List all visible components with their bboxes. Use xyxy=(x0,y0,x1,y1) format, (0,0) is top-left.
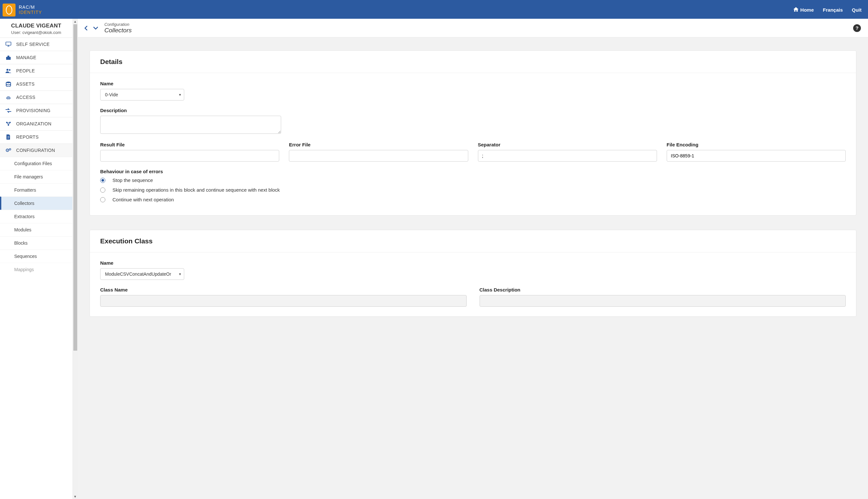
sidebar-scrollbar[interactable]: ▲ ▼ xyxy=(72,19,78,499)
radio-label: Continue with next operation xyxy=(112,196,174,203)
label-description: Description xyxy=(100,108,846,113)
radio-stop-sequence[interactable] xyxy=(100,178,105,183)
sub-item-label: Formatters xyxy=(14,187,36,193)
help-icon: ? xyxy=(855,25,858,31)
radio-label: Stop the sequence xyxy=(112,177,153,184)
label-file-encoding: File Encoding xyxy=(667,142,846,147)
people-icon xyxy=(5,69,12,73)
name-select-value: 0-Vide xyxy=(105,92,118,97)
sub-item-collectors[interactable]: Collectors xyxy=(0,196,72,210)
radio-continue-next[interactable] xyxy=(100,197,105,202)
label-exec-name: Name xyxy=(100,260,846,266)
header-nav: Home Français Quit xyxy=(793,7,861,13)
monitor-icon xyxy=(5,42,12,47)
sidebar-item-label: PROVISIONING xyxy=(16,108,50,113)
breadcrumb-parent: Configuration xyxy=(105,22,132,27)
brand-text: RAC/M IDENTITY xyxy=(19,5,42,15)
sub-item-label: Blocks xyxy=(14,241,27,246)
sub-item-mappings[interactable]: Mappings xyxy=(0,263,72,276)
class-name-input xyxy=(100,295,467,307)
sub-item-formatters[interactable]: Formatters xyxy=(0,183,72,196)
nav-quit-label: Quit xyxy=(852,7,861,13)
sub-item-blocks[interactable]: Blocks xyxy=(0,236,72,250)
sidebar-item-access[interactable]: ACCESS xyxy=(0,90,72,104)
svg-point-4 xyxy=(6,82,11,83)
help-button[interactable]: ? xyxy=(853,24,861,32)
details-card: Details Name 0-Vide ▾ Description xyxy=(89,50,856,216)
scroll-up-icon[interactable]: ▲ xyxy=(72,19,78,24)
sidebar-item-manage[interactable]: MANAGE xyxy=(0,51,72,64)
sub-item-label: Collectors xyxy=(14,201,34,206)
nav-dropdown-button[interactable] xyxy=(92,25,99,32)
sidebar-item-label: PEOPLE xyxy=(16,68,35,73)
sidebar-item-configuration[interactable]: CONFIGURATION xyxy=(0,144,72,157)
name-select[interactable]: 0-Vide xyxy=(100,89,184,100)
nav-language-label: Français xyxy=(823,7,843,13)
svg-point-9 xyxy=(7,150,8,151)
nav-home[interactable]: Home xyxy=(793,7,814,13)
sub-item-sequences[interactable]: Sequences xyxy=(0,250,72,263)
brand-logo xyxy=(3,3,15,16)
result-file-input[interactable] xyxy=(100,150,279,162)
content-scroll[interactable]: Details Name 0-Vide ▾ Description xyxy=(78,37,868,499)
sub-item-label: Extractors xyxy=(14,214,35,219)
behaviour-radio-group: Stop the sequence Skip remaining operati… xyxy=(100,177,846,203)
class-description-input xyxy=(479,295,846,307)
sub-item-modules[interactable]: Modules xyxy=(0,223,72,236)
svg-point-3 xyxy=(9,69,11,71)
brand-line1: RAC/M xyxy=(19,5,42,10)
error-file-input[interactable] xyxy=(289,150,468,162)
breadcrumb-bar: Configuration Collectors ? xyxy=(78,19,868,37)
sidebar: CLAUDE VIGEANT User: cvigeant@okiok.com … xyxy=(0,19,78,499)
scroll-down-icon[interactable]: ▼ xyxy=(72,494,78,499)
breadcrumb-current: Collectors xyxy=(105,27,132,34)
label-result-file: Result File xyxy=(100,142,279,147)
sub-item-label: File managers xyxy=(14,174,43,179)
sub-item-label: Modules xyxy=(14,227,31,232)
fingerprint-icon xyxy=(5,95,12,100)
label-error-file: Error File xyxy=(289,142,468,147)
label-behaviour: Behaviour in case of errors xyxy=(100,169,846,174)
file-encoding-input[interactable] xyxy=(667,150,846,162)
sub-item-config-files[interactable]: Configuration Files xyxy=(0,157,72,170)
svg-point-10 xyxy=(9,149,11,150)
sidebar-item-reports[interactable]: REPORTS xyxy=(0,130,72,144)
scroll-thumb[interactable] xyxy=(73,24,77,351)
sidebar-item-assets[interactable]: ASSETS xyxy=(0,77,72,90)
sidebar-item-organization[interactable]: ORGANIZATION xyxy=(0,117,72,130)
brand-line2: IDENTITY xyxy=(19,10,42,15)
sidebar-item-provisioning[interactable]: PROVISIONING xyxy=(0,104,72,117)
nav-home-label: Home xyxy=(800,7,814,13)
sidebar-item-label: MANAGE xyxy=(16,55,36,60)
separator-input[interactable] xyxy=(478,150,657,162)
sub-item-label: Configuration Files xyxy=(14,161,52,166)
network-icon xyxy=(5,121,12,126)
nav-quit[interactable]: Quit xyxy=(852,7,861,13)
svg-point-0 xyxy=(6,6,12,14)
radio-label: Skip remaining operations in this block … xyxy=(112,186,280,194)
nav-back-button[interactable] xyxy=(82,25,89,32)
arrows-icon xyxy=(5,108,12,113)
sidebar-item-self-service[interactable]: SELF SERVICE xyxy=(0,37,72,51)
user-display-name: CLAUDE VIGEANT xyxy=(3,23,70,29)
sub-item-label: Mappings xyxy=(14,267,34,272)
exec-name-select-value: ModuleCSVConcatAndUpdateOr xyxy=(105,271,171,277)
exec-name-select[interactable]: ModuleCSVConcatAndUpdateOr xyxy=(100,268,184,280)
brand-area: RAC/M IDENTITY xyxy=(0,3,42,16)
main-area: Configuration Collectors ? Details Name … xyxy=(78,19,868,499)
radio-skip-block[interactable] xyxy=(100,187,105,193)
sidebar-item-people[interactable]: PEOPLE xyxy=(0,64,72,77)
toolbox-icon xyxy=(5,55,12,60)
sidebar-item-label: ORGANIZATION xyxy=(16,121,51,126)
details-title: Details xyxy=(100,58,846,65)
description-textarea[interactable] xyxy=(100,116,281,134)
nav-language[interactable]: Français xyxy=(823,7,843,13)
svg-rect-1 xyxy=(6,42,11,45)
sub-item-extractors[interactable]: Extractors xyxy=(0,210,72,223)
sub-item-file-managers[interactable]: File managers xyxy=(0,170,72,183)
sidebar-item-label: ACCESS xyxy=(16,95,35,100)
execution-class-card: Execution Class Name ModuleCSVConcatAndU… xyxy=(89,230,856,317)
configuration-submenu: Configuration Files File managers Format… xyxy=(0,157,72,276)
sidebar-item-label: SELF SERVICE xyxy=(16,42,50,47)
label-class-description: Class Description xyxy=(479,287,846,292)
